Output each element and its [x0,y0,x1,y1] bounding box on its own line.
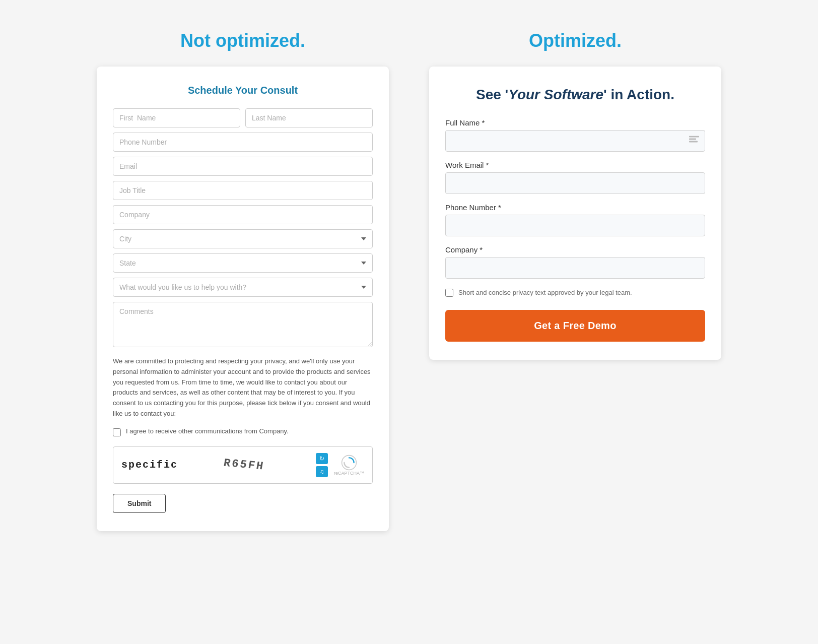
captcha-audio-btn[interactable]: ♫ [316,466,328,477]
comments-textarea[interactable] [113,302,373,347]
city-select[interactable]: City [113,229,373,248]
agree-checkbox-row: I agree to receive other communications … [113,427,373,436]
phone-input[interactable] [113,133,373,152]
captcha-box: specific R65FH ↻ ♫ [113,446,373,484]
privacy-row: Short and concise privacy text approved … [445,288,705,298]
work-email-label: Work Email * [445,161,705,169]
help-select[interactable]: What would you like us to help you with? [113,278,373,297]
captcha-logo: reCAPTCHA™ [334,455,364,476]
title-italic: Your Software [508,87,603,102]
submit-button[interactable]: Submit [113,494,166,513]
last-name-input[interactable] [245,108,373,127]
svg-rect-1 [689,136,699,137]
phone-label: Phone Number * [445,203,705,212]
captcha-word: specific [121,459,178,471]
svg-rect-3 [689,141,698,142]
name-row [113,108,373,127]
phone-group: Phone Number * [445,203,705,236]
privacy-checkbox[interactable] [445,289,453,297]
captcha-distorted: R65FH [223,457,265,473]
company-label: Company * [445,245,705,254]
captcha-brand-label: reCAPTCHA™ [334,471,364,476]
privacy-short-text: Short and concise privacy text approved … [458,288,632,298]
state-select[interactable]: State [113,253,373,273]
full-name-input[interactable] [445,130,705,152]
svg-rect-2 [689,138,696,140]
company-name-input[interactable] [445,257,705,279]
work-email-group: Work Email * [445,161,705,194]
captcha-controls: ↻ ♫ reCAPTCHA™ [311,453,364,477]
get-demo-button[interactable]: Get a Free Demo [445,310,705,342]
agree-checkbox[interactable] [113,428,121,436]
job-title-input[interactable] [113,181,373,200]
title-suffix: ' in Action. [603,87,674,102]
right-column-title: Optimized. [529,30,622,51]
captcha-refresh-btn[interactable]: ↻ [316,453,328,464]
full-name-label: Full Name * [445,118,705,127]
left-column: Not optimized. Schedule Your Consult Cit… [97,30,389,531]
left-form-title: Schedule Your Consult [113,85,373,96]
first-name-input[interactable] [113,108,240,127]
title-prefix: See ' [476,87,508,102]
right-column: Optimized. See 'Your Software' in Action… [429,30,721,360]
email-input[interactable] [113,157,373,176]
company-input[interactable] [113,205,373,224]
optimized-form-title: See 'Your Software' in Action. [445,85,705,104]
privacy-text: We are committed to protecting and respe… [113,356,373,419]
columns-layout: Not optimized. Schedule Your Consult Cit… [56,30,762,531]
captcha-icon-group: ↻ ♫ [316,453,328,477]
phone-number-input[interactable] [445,215,705,236]
full-name-wrapper [445,130,705,152]
work-email-input[interactable] [445,172,705,194]
left-column-title: Not optimized. [180,30,305,51]
page-wrapper: Not optimized. Schedule Your Consult Cit… [0,0,818,644]
full-name-group: Full Name * [445,118,705,152]
right-card: See 'Your Software' in Action. Full Name… [429,67,721,360]
agree-label: I agree to receive other communications … [126,427,289,435]
name-icon [689,136,699,146]
company-group: Company * [445,245,705,279]
left-card: Schedule Your Consult City State What wo… [97,67,389,531]
